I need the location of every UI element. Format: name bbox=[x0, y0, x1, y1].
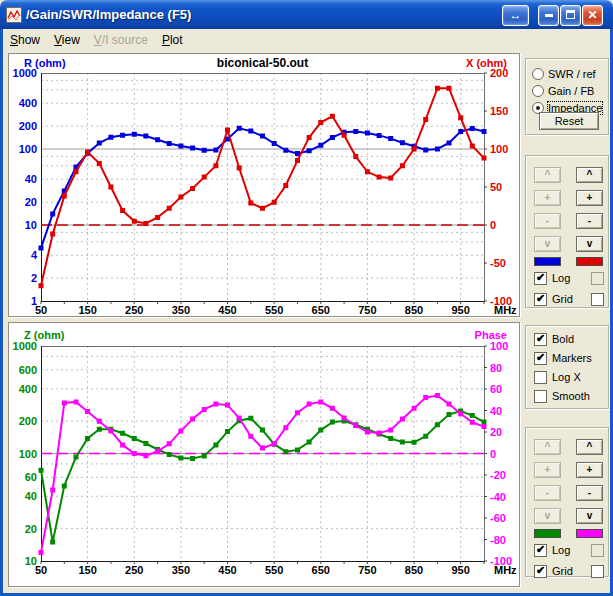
check-icon: ✔ bbox=[536, 564, 545, 577]
radio-label: Gain / FB bbox=[548, 85, 594, 97]
grid-row[interactable]: ✔Grid bbox=[534, 564, 604, 578]
bottom-plot-area bbox=[9, 323, 519, 586]
scale-plus-button: + bbox=[534, 462, 561, 478]
tick-label: -40 bbox=[490, 491, 520, 503]
checkbox[interactable]: ✔ bbox=[534, 293, 547, 306]
tick-label: 50 bbox=[490, 181, 520, 193]
checkbox-row-smooth[interactable]: Smooth bbox=[534, 389, 606, 403]
radio-button[interactable] bbox=[532, 85, 544, 97]
tick-label: 200 bbox=[10, 120, 37, 132]
scale-down-button[interactable]: v bbox=[576, 508, 603, 524]
tick-label: 20 bbox=[10, 196, 37, 208]
scale-plus-button[interactable]: + bbox=[576, 190, 603, 206]
scale-minus-button[interactable]: - bbox=[576, 485, 603, 501]
tick-label: 150 bbox=[68, 304, 108, 316]
checkbox[interactable] bbox=[591, 293, 604, 306]
series-r bbox=[41, 128, 484, 248]
tick-label: 50 bbox=[21, 304, 61, 316]
tick-label: 650 bbox=[301, 564, 341, 576]
tick-label: 250 bbox=[114, 564, 154, 576]
checkbox[interactable] bbox=[534, 371, 547, 384]
reset-button[interactable]: Reset bbox=[539, 112, 599, 130]
tick-label: 4 bbox=[10, 249, 37, 261]
impedance-chart-bottom: Z (ohm) Phase MHz 1000600400200100604020… bbox=[8, 322, 520, 587]
radio-button[interactable] bbox=[532, 68, 544, 80]
series-x bbox=[41, 88, 484, 286]
scale-plus-button[interactable]: + bbox=[576, 462, 603, 478]
tick-label: 950 bbox=[441, 564, 481, 576]
checkbox-label: Log bbox=[552, 272, 570, 284]
tick-label: 60 bbox=[490, 383, 520, 395]
tick-label: 1000 bbox=[10, 340, 37, 352]
tick-label: 80 bbox=[490, 362, 520, 374]
tick-label: 550 bbox=[254, 304, 294, 316]
checkbox-label: Grid bbox=[552, 293, 573, 305]
tick-label: 400 bbox=[10, 97, 37, 109]
dock-button[interactable]: ↔ bbox=[502, 5, 529, 26]
checkbox-row-markers[interactable]: ✔Markers bbox=[534, 351, 606, 365]
trace-color-swatch bbox=[576, 529, 603, 538]
tick-label: 350 bbox=[161, 304, 201, 316]
checkbox bbox=[591, 272, 604, 285]
tick-label: 650 bbox=[301, 304, 341, 316]
checkbox[interactable]: ✔ bbox=[534, 565, 547, 578]
grid-row[interactable]: ✔Grid bbox=[534, 292, 604, 306]
log-row[interactable]: ✔Log bbox=[534, 543, 604, 557]
check-icon: ✔ bbox=[536, 543, 545, 556]
scale-up-button: ^ bbox=[534, 167, 561, 183]
menu-item-show[interactable]: Show bbox=[3, 31, 47, 49]
display-options-group: ✔Bold✔MarkersLog XSmooth bbox=[525, 325, 609, 409]
checkbox[interactable]: ✔ bbox=[534, 272, 547, 285]
top-plot-area bbox=[9, 54, 519, 316]
scale-minus-button[interactable]: - bbox=[576, 213, 603, 229]
chart-title: biconical-50.out bbox=[41, 56, 484, 70]
tick-label: -50 bbox=[490, 257, 520, 269]
tick-label: -100 bbox=[490, 555, 520, 567]
scale-minus-button: - bbox=[534, 213, 561, 229]
window-title: /Gain/SWR/Impedance (F5) bbox=[26, 7, 191, 22]
scale-plus-button: + bbox=[534, 190, 561, 206]
tick-label: 850 bbox=[394, 304, 434, 316]
tick-label: -20 bbox=[490, 469, 520, 481]
log-row[interactable]: ✔Log bbox=[534, 271, 604, 285]
scale-up-button[interactable]: ^ bbox=[576, 439, 603, 455]
menu-bar: ShowViewV/I sourcePlot bbox=[3, 29, 610, 51]
checkbox[interactable] bbox=[591, 565, 604, 578]
radio-gain-fb[interactable]: Gain / FB bbox=[532, 84, 594, 98]
tick-label: 850 bbox=[394, 564, 434, 576]
tick-label: 100 bbox=[490, 143, 520, 155]
tick-label: 150 bbox=[68, 564, 108, 576]
check-icon: ✔ bbox=[536, 351, 545, 364]
trace-color-swatch bbox=[576, 257, 603, 266]
checkbox-label: Log bbox=[552, 544, 570, 556]
maximize-icon bbox=[566, 10, 575, 19]
checkbox[interactable]: ✔ bbox=[534, 352, 547, 365]
menu-item-plot[interactable]: Plot bbox=[155, 31, 190, 49]
tick-label: 750 bbox=[347, 564, 387, 576]
menu-item-v-i-source: V/I source bbox=[87, 31, 155, 49]
checkbox[interactable]: ✔ bbox=[534, 544, 547, 557]
tick-label: 550 bbox=[254, 564, 294, 576]
checkbox-row-log-x[interactable]: Log X bbox=[534, 370, 606, 384]
checkbox-row-bold[interactable]: ✔Bold bbox=[534, 332, 606, 346]
app-window: /Gain/SWR/Impedance (F5) ↔ ✕ ShowViewV/I… bbox=[0, 0, 613, 596]
minimize-button[interactable] bbox=[538, 5, 559, 26]
close-icon: ✕ bbox=[587, 8, 597, 22]
tick-label: 400 bbox=[10, 383, 37, 395]
tick-label: 200 bbox=[490, 67, 520, 79]
tick-label: 450 bbox=[208, 304, 248, 316]
checkbox[interactable]: ✔ bbox=[534, 333, 547, 346]
tick-label: 40 bbox=[10, 173, 37, 185]
titlebar[interactable]: /Gain/SWR/Impedance (F5) ↔ ✕ bbox=[0, 0, 613, 29]
scale-up-button[interactable]: ^ bbox=[576, 167, 603, 183]
scale-down-button[interactable]: v bbox=[576, 236, 603, 252]
check-icon: ✔ bbox=[536, 271, 545, 284]
plot-type-group: SWR / refGain / FBImpedance Reset bbox=[525, 58, 609, 135]
maximize-button[interactable] bbox=[560, 5, 581, 26]
radio-label: SWR / ref bbox=[548, 68, 596, 80]
menu-item-view[interactable]: View bbox=[47, 31, 87, 49]
radio-swr-ref[interactable]: SWR / ref bbox=[532, 67, 596, 81]
close-button[interactable]: ✕ bbox=[582, 5, 603, 26]
tick-label: 1000 bbox=[10, 67, 37, 79]
checkbox[interactable] bbox=[534, 390, 547, 403]
